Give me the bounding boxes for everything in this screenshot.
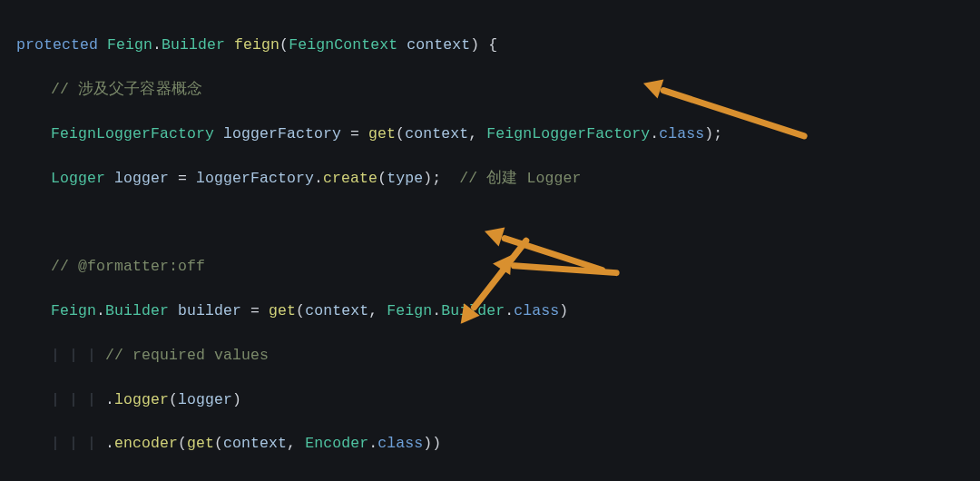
code-line-10: | | | .encoder(get(context, Encoder.clas… xyxy=(16,433,980,455)
comment: // 创建 Logger xyxy=(459,170,581,187)
code-editor[interactable]: protected Feign.Builder feign(FeignConte… xyxy=(0,0,980,481)
type: FeignLoggerFactory xyxy=(51,125,214,142)
blank-line xyxy=(16,212,980,234)
comment: // required values xyxy=(105,347,269,364)
builder-logger: logger xyxy=(114,391,169,408)
code-line-11: | | | .decoder(get(context, Decoder.clas… xyxy=(16,477,980,481)
comment: // 涉及父子容器概念 xyxy=(51,81,202,98)
variable: logger xyxy=(114,170,169,187)
code-line-8: | | | // required values xyxy=(16,345,980,367)
code-line-1: protected Feign.Builder feign(FeignConte… xyxy=(16,34,980,56)
keyword-protected: protected xyxy=(16,36,98,54)
type: Logger xyxy=(51,170,105,187)
type-feign: Feign xyxy=(107,36,152,54)
fn-get: get xyxy=(368,125,396,142)
code-line-6: // @formatter:off xyxy=(16,256,980,278)
code-line-7: Feign.Builder builder = get(context, Fei… xyxy=(16,300,980,322)
code-line-4: Logger logger = loggerFactory.create(typ… xyxy=(16,168,980,190)
indent-guides: | | | xyxy=(51,347,105,364)
variable: builder xyxy=(178,302,241,319)
param-type: FeignContext xyxy=(289,36,397,54)
type-builder: Builder xyxy=(162,36,225,54)
param-name: context xyxy=(407,36,470,54)
code-line-2: // 涉及父子容器概念 xyxy=(16,79,980,101)
code-line-3: FeignLoggerFactory loggerFactory = get(c… xyxy=(16,123,980,145)
builder-encoder: encoder xyxy=(114,435,178,452)
code-line-9: | | | .logger(logger) xyxy=(16,389,980,411)
method-name: feign xyxy=(234,36,279,54)
variable: loggerFactory xyxy=(223,125,341,142)
comment: // @formatter:off xyxy=(51,258,205,275)
